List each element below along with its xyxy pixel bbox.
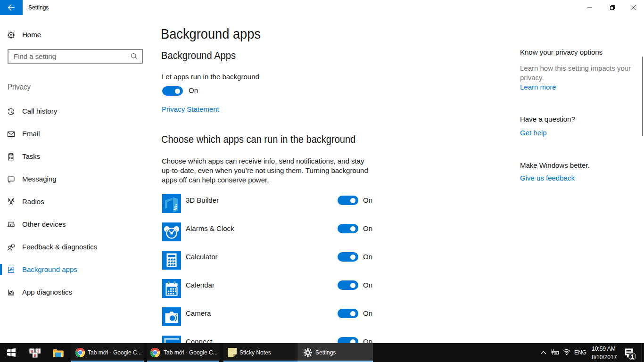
svg-text:u: u [31,349,33,354]
svg-text:1: 1 [630,353,634,360]
svg-text:i: i [37,349,39,354]
svg-text:n: n [34,353,37,358]
